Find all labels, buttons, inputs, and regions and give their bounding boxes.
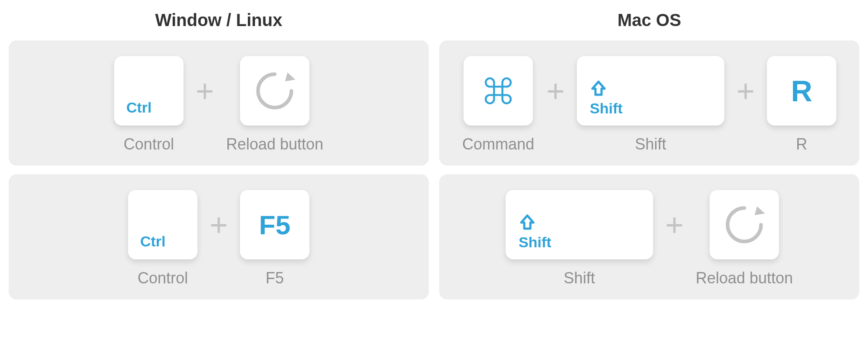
shift-arrow-icon: [519, 214, 536, 231]
key-ctrl: Ctrl Control: [114, 56, 184, 153]
key-ctrl-label: Ctrl: [114, 99, 152, 126]
caption-shift: Shift: [635, 135, 666, 153]
caption-shift-2: Shift: [564, 269, 595, 287]
plus-icon: +: [210, 190, 228, 259]
shift-arrow-icon: [590, 80, 607, 97]
command-icon: [482, 75, 514, 107]
key-f5-label: F5: [259, 209, 290, 240]
svg-marker-1: [755, 206, 765, 215]
caption-reload-2: Reload button: [696, 269, 793, 287]
caption-command: Command: [462, 135, 534, 153]
panel-ctrl-f5: Ctrl Control + F5 F5: [9, 174, 429, 299]
plus-icon: +: [546, 56, 565, 126]
plus-icon: +: [196, 56, 214, 126]
caption-f5: F5: [266, 269, 284, 287]
key-ctrl-label-2: Ctrl: [128, 233, 166, 259]
caption-ctrl: Control: [124, 135, 174, 153]
key-shift-2: Shift Shift: [506, 190, 653, 287]
plus-icon: +: [665, 190, 684, 259]
key-shift-label-2: Shift: [519, 234, 552, 251]
reload-icon: [720, 201, 768, 249]
panel-shift-reload: Shift Shift + Reload button: [439, 174, 859, 299]
key-reload-2: Reload button: [696, 190, 793, 287]
key-shift-label: Shift: [590, 100, 623, 117]
key-reload: Reload button: [226, 56, 323, 153]
column-header-left: Window / Linux: [9, 10, 429, 30]
panel-ctrl-reload: Ctrl Control + Reload button: [9, 40, 429, 166]
key-f5: F5 F5: [240, 190, 309, 287]
caption-ctrl-2: Control: [138, 269, 188, 287]
key-ctrl-2: Ctrl Control: [128, 190, 197, 287]
column-macos: Mac OS Command +: [439, 10, 859, 308]
column-header-right: Mac OS: [439, 10, 859, 30]
key-r-label: R: [791, 76, 812, 106]
column-windows-linux: Window / Linux Ctrl Control +: [9, 10, 429, 308]
caption-r: R: [796, 135, 807, 153]
panel-cmd-shift-r: Command + Shift Shift +: [439, 40, 859, 166]
plus-icon: +: [736, 56, 755, 126]
key-shift: Shift Shift: [577, 56, 724, 153]
svg-marker-0: [285, 73, 296, 81]
reload-icon: [251, 67, 299, 115]
key-command: Command: [462, 56, 534, 153]
key-r: R R: [767, 56, 836, 153]
caption-reload: Reload button: [226, 135, 323, 153]
